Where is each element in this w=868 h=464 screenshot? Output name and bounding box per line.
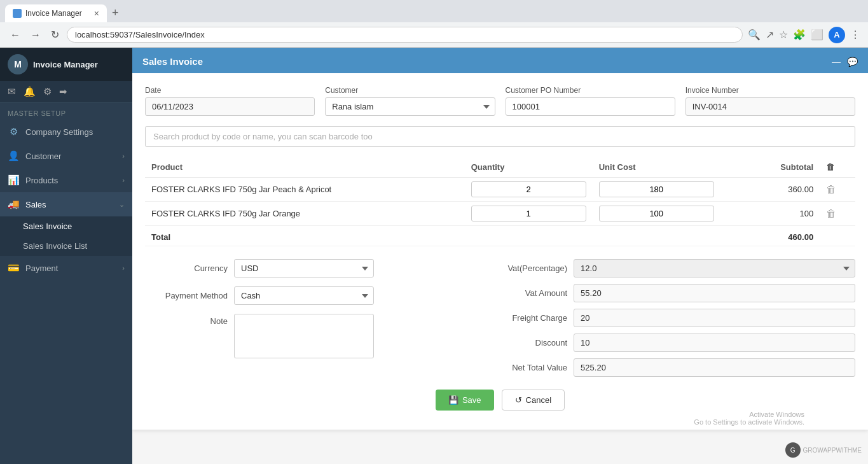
new-tab-button[interactable]: + <box>107 4 124 22</box>
sidebar-item-customer[interactable]: 👤 Customer › <box>0 144 132 168</box>
extension-icon[interactable]: 🧩 <box>793 29 806 41</box>
sidebar-item-sales-invoice[interactable]: Sales Invoice <box>0 216 132 236</box>
col-unit-cost-header: Unit Cost <box>593 157 720 178</box>
col-subtotal-header: Subtotal <box>720 157 820 178</box>
note-label: Note <box>145 316 228 326</box>
product-name-2: FOSTER CLARKS IFD 750g Jar Orange <box>145 202 465 226</box>
panel-title: Sales Invoice <box>142 56 203 67</box>
invoice-number-group: Invoice Number <box>685 86 855 116</box>
url-bar[interactable]: localhost:59037/SalesInvoice/Index <box>67 27 743 43</box>
po-number-label: Customer PO Number <box>506 86 675 95</box>
main-content: Sales Invoice — 💬 Date Customer <box>132 48 868 464</box>
discount-input[interactable] <box>574 334 855 352</box>
date-input[interactable] <box>145 97 315 116</box>
sidebar-item-company-settings-label: Company Settings <box>25 127 93 137</box>
settings-icon[interactable]: ⚙ <box>43 86 52 97</box>
refresh-button[interactable]: ↻ <box>48 26 62 43</box>
payment-method-select[interactable]: Cash <box>234 286 374 305</box>
net-total-input[interactable] <box>574 358 855 377</box>
profile-avatar[interactable]: A <box>829 27 845 43</box>
col-product-header: Product <box>145 157 465 178</box>
sidebar-header: M Invoice Manager <box>0 48 132 81</box>
date-group: Date <box>145 86 315 116</box>
po-number-group: Customer PO Number <box>506 86 675 116</box>
tab-bar: Invoice Manager × + <box>0 0 868 22</box>
bell-icon[interactable]: 🔔 <box>24 86 36 97</box>
delete-row-2-button[interactable]: 🗑 <box>826 208 836 220</box>
payment-arrow-icon: › <box>122 264 125 272</box>
unit-cost-input-1[interactable] <box>599 181 714 197</box>
customer-icon: 👤 <box>8 150 19 162</box>
total-row: Total 460.00 <box>145 226 855 246</box>
customer-select[interactable]: Rana islam <box>325 97 495 116</box>
save-label: Save <box>462 395 481 405</box>
active-tab[interactable]: Invoice Manager × <box>5 4 107 22</box>
vat-amount-label: Vat Amount <box>478 288 567 298</box>
forward-button[interactable]: → <box>28 27 43 43</box>
customer-group: Customer Rana islam <box>325 86 495 116</box>
share-icon[interactable]: ↗ <box>766 29 774 41</box>
cancel-label: Cancel <box>526 395 551 405</box>
top-form-row: Date Customer Rana islam Customer PO Num… <box>145 86 855 116</box>
panel-body: Date Customer Rana islam Customer PO Num… <box>132 73 868 430</box>
cancel-button[interactable]: ↺ Cancel <box>502 390 565 411</box>
products-icon: 📊 <box>8 174 19 186</box>
note-row: Note <box>145 314 459 358</box>
search-icon[interactable]: 🔍 <box>748 29 761 41</box>
back-button[interactable]: ← <box>8 27 23 43</box>
layout-icon[interactable]: ⬜ <box>811 29 823 41</box>
col-delete-header: 🗑 <box>820 157 855 178</box>
payment-method-row: Payment Method Cash <box>145 286 459 305</box>
chat-icon[interactable]: 💬 <box>847 57 858 67</box>
discount-label: Discount <box>478 338 567 348</box>
delete-row-1-button[interactable]: 🗑 <box>826 184 836 195</box>
sales-invoice-label: Sales Invoice <box>23 221 72 231</box>
logout-icon[interactable]: ➡ <box>59 86 67 97</box>
menu-icon[interactable]: ⋮ <box>850 29 860 41</box>
tab-close-button[interactable]: × <box>94 8 99 18</box>
col-quantity-header: Quantity <box>465 157 593 178</box>
quantity-input-1[interactable] <box>471 181 586 197</box>
vat-row: Vat(Percentage) 12.0 <box>478 259 855 278</box>
vat-amount-row: Vat Amount <box>478 284 855 302</box>
po-number-input[interactable] <box>506 97 675 116</box>
unit-cost-input-2[interactable] <box>599 206 714 221</box>
total-label: Total <box>145 226 465 246</box>
invoice-number-input[interactable] <box>685 97 855 116</box>
url-text: localhost:59037/SalesInvoice/Index <box>75 30 205 39</box>
products-arrow-icon: › <box>122 176 125 184</box>
customer-label: Customer <box>325 86 495 95</box>
panel-header: Sales Invoice — 💬 <box>132 50 868 73</box>
activate-windows-notice: Activate Windows Go to Settings to activ… <box>694 411 804 426</box>
product-name-1: FOSTER CLARKS IFD 750g Jar Peach & Apric… <box>145 178 465 202</box>
quantity-input-2[interactable] <box>471 206 586 221</box>
product-search-input[interactable] <box>145 126 855 147</box>
sidebar-item-company-settings[interactable]: ⚙ Company Settings <box>0 120 132 144</box>
sidebar-item-sales-invoice-list[interactable]: Sales Invoice List <box>0 236 132 256</box>
currency-label: Currency <box>145 264 228 273</box>
currency-select[interactable]: USD <box>234 259 374 278</box>
save-icon: 💾 <box>448 395 458 405</box>
sidebar-item-sales-label: Sales <box>25 200 46 209</box>
company-settings-icon: ⚙ <box>8 126 19 137</box>
watermark-icon: G <box>785 442 801 458</box>
sidebar-item-sales[interactable]: 🚚 Sales ⌄ <box>0 192 132 216</box>
vat-amount-input[interactable] <box>574 284 855 302</box>
vat-select[interactable]: 12.0 <box>574 259 855 278</box>
minimize-icon[interactable]: — <box>832 57 841 67</box>
subtotal-1: 360.00 <box>720 178 820 202</box>
mail-icon[interactable]: ✉ <box>8 86 16 97</box>
freight-charge-input[interactable] <box>574 309 855 327</box>
sales-invoice-list-label: Sales Invoice List <box>23 241 87 251</box>
sidebar-item-payment[interactable]: 💳 Payment › <box>0 256 132 280</box>
sales-arrow-icon: ⌄ <box>119 200 125 209</box>
invoice-panel: Sales Invoice — 💬 Date Customer <box>132 48 868 430</box>
sidebar-item-products[interactable]: 📊 Products › <box>0 168 132 192</box>
sidebar-app-name: Invoice Manager <box>33 60 98 69</box>
vat-label: Vat(Percentage) <box>478 264 567 273</box>
save-button[interactable]: 💾 Save <box>436 390 494 411</box>
note-textarea[interactable] <box>234 314 374 358</box>
freight-charge-label: Freight Charge <box>478 313 567 323</box>
bookmark-icon[interactable]: ☆ <box>779 29 788 41</box>
activate-line2: Go to Settings to activate Windows. <box>694 418 804 426</box>
